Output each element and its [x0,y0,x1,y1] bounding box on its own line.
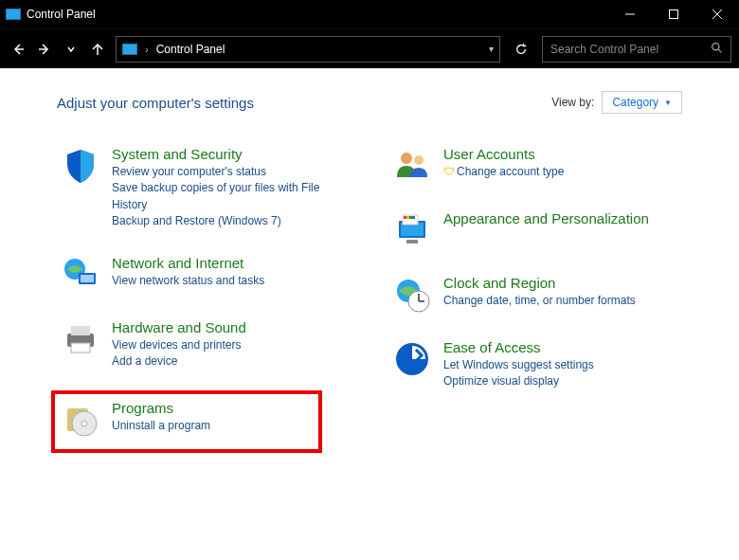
address-bar[interactable]: › Control Panel ▾ [116,36,500,63]
people-icon [392,146,432,186]
uac-shield-icon: 🛡 [443,165,455,178]
forward-button[interactable] [34,39,55,60]
window-title: Control Panel [27,8,608,21]
svg-rect-22 [406,240,418,244]
svg-line-8 [718,49,721,52]
category-title[interactable]: System and Security [112,146,347,162]
view-by: View by: Category ▼ [551,91,682,114]
category-title[interactable]: Ease of Access [443,339,678,355]
link-add-device[interactable]: Add a device [112,353,347,370]
category-hardware: Hardware and Sound View devices and prin… [57,316,351,374]
category-title[interactable]: Appearance and Personalization [443,210,678,226]
globe-icon [61,255,100,295]
svg-point-18 [401,153,412,164]
svg-rect-24 [404,216,406,219]
svg-rect-25 [406,216,409,219]
category-ease-of-access: Ease of Access Let Windows suggest setti… [388,335,682,394]
close-button[interactable] [695,0,739,28]
search-input[interactable] [550,43,711,56]
shield-icon [61,146,100,186]
category-clock-region: Clock and Region Change date, time, or n… [388,271,682,318]
svg-point-19 [414,155,424,165]
page-heading: Adjust your computer's settings [57,95,254,111]
monitor-icon [392,210,432,250]
category-title[interactable]: Programs [112,400,313,416]
search-icon[interactable] [711,42,723,57]
category-title[interactable]: Hardware and Sound [112,319,347,335]
breadcrumb-separator-icon: › [145,44,149,55]
category-system-security: System and Security Review your computer… [57,142,351,234]
refresh-button[interactable] [508,36,534,63]
view-by-selector[interactable]: Category ▼ [602,91,682,114]
link-suggest-settings[interactable]: Let Windows suggest settings [443,357,678,373]
left-column: System and Security Review your computer… [57,142,351,470]
maximize-button[interactable] [652,0,695,28]
printer-icon [61,319,100,359]
link-network-status[interactable]: View network status and tasks [112,273,347,289]
disc-icon [61,400,100,440]
category-appearance: Appearance and Personalization [388,207,682,254]
svg-rect-14 [71,343,90,352]
chevron-down-icon: ▼ [664,99,672,107]
back-button[interactable] [8,39,28,60]
clock-globe-icon [392,275,432,315]
link-text: Change account type [457,165,564,178]
category-title[interactable]: Clock and Region [443,275,678,291]
view-by-value: Category [612,96,658,109]
link-optimize-display[interactable]: Optimize visual display [443,373,678,389]
category-columns: System and Security Review your computer… [57,142,682,470]
top-row: Adjust your computer's settings View by:… [57,91,682,114]
link-uninstall-program[interactable]: Uninstall a program [112,418,313,434]
link-change-date-time[interactable]: Change date, time, or number formats [443,293,678,309]
window-controls [608,0,739,28]
link-file-history[interactable]: Save backup copies of your files with Fi… [112,180,347,213]
link-review-status[interactable]: Review your computer's status [112,164,347,180]
view-by-label: View by: [551,96,594,109]
navbar: › Control Panel ▾ [0,28,739,68]
control-panel-icon [6,9,21,20]
recent-dropdown[interactable] [61,39,81,60]
svg-rect-27 [412,216,415,219]
svg-rect-1 [670,10,678,19]
category-title[interactable]: User Accounts [443,146,678,162]
category-programs: Programs Uninstall a program [51,390,322,453]
chevron-down-icon[interactable]: ▾ [489,44,494,54]
svg-rect-13 [71,326,90,335]
category-user-accounts: User Accounts 🛡Change account type [388,142,682,190]
control-panel-icon [122,44,137,55]
link-backup-restore[interactable]: Backup and Restore (Windows 7) [112,213,347,229]
content: Adjust your computer's settings View by:… [0,68,739,470]
svg-rect-26 [409,216,412,219]
link-change-account-type[interactable]: 🛡Change account type [443,164,678,180]
right-column: User Accounts 🛡Change account type Appea… [388,142,682,470]
category-network: Network and Internet View network status… [57,251,351,298]
ease-of-access-icon [392,339,432,379]
category-title[interactable]: Network and Internet [112,255,347,271]
svg-point-17 [81,421,87,426]
svg-point-7 [712,43,719,49]
search-box[interactable] [542,36,731,63]
breadcrumb-current[interactable]: Control Panel [156,43,481,56]
titlebar: Control Panel [0,0,739,28]
link-devices-printers[interactable]: View devices and printers [112,337,347,353]
nav-arrows [8,39,108,60]
up-button[interactable] [87,39,108,60]
minimize-button[interactable] [608,0,652,28]
svg-rect-11 [81,275,94,282]
